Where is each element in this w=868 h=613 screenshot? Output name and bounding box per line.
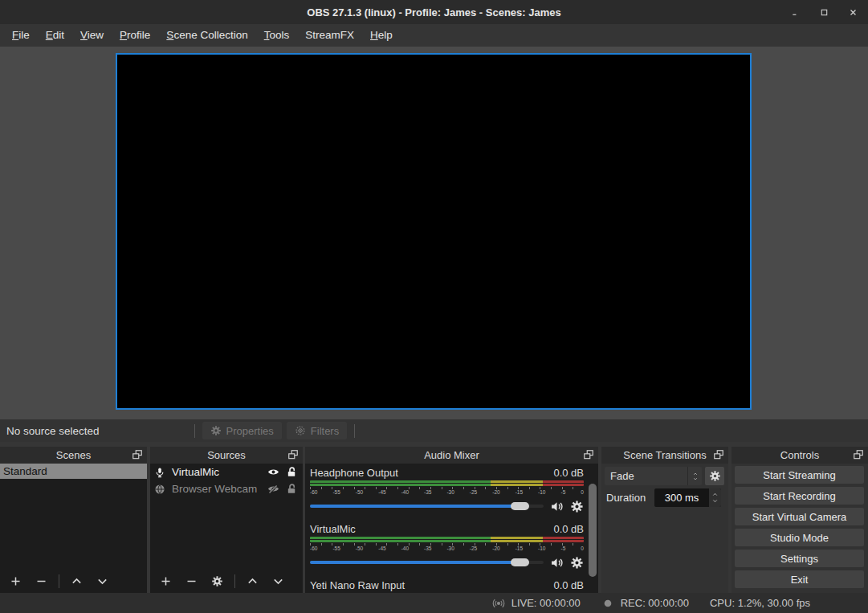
audio-mixer-dock: Audio Mixer Headphone Output 0.0 dB -60-…	[305, 447, 598, 593]
canvas-background	[0, 47, 868, 419]
window-controls	[786, 0, 862, 24]
menu-profile[interactable]: Profile	[112, 24, 158, 47]
volume-slider[interactable]	[310, 505, 544, 508]
exit-button[interactable]: Exit	[735, 570, 864, 588]
channel-level: 0.0 dB	[553, 467, 584, 480]
scenes-dock-header: Scenes	[0, 447, 147, 464]
sources-list: VirtualMic Browser Webcam	[150, 464, 303, 569]
speaker-icon[interactable]	[550, 500, 564, 513]
sources-dock-header: Sources	[150, 447, 303, 464]
scenes-toolbar	[0, 569, 147, 593]
channel-level: 0.0 dB	[553, 523, 584, 537]
popout-icon[interactable]	[853, 449, 864, 460]
gear-icon[interactable]	[570, 556, 584, 570]
menu-bar: File Edit View Profile Scene Collection …	[0, 24, 868, 47]
meter-tick-labels: -60-55-50-45-40-35-30-25-20-15-10-50	[310, 546, 584, 552]
close-icon[interactable]	[844, 3, 862, 21]
menu-scene-collection[interactable]: Scene Collection	[158, 24, 255, 47]
popout-icon[interactable]	[713, 449, 724, 460]
lock-icon[interactable]	[286, 483, 298, 495]
broadcast-icon	[492, 597, 505, 610]
transition-value: Fade	[605, 470, 687, 482]
add-source-button[interactable]	[159, 574, 173, 588]
meter-tick-labels: -60-55-50-45-40-35-30-25-20-15-10-50	[310, 489, 584, 496]
sources-dock: Sources VirtualMic Browser Webcam	[150, 447, 303, 593]
popout-icon[interactable]	[132, 449, 143, 460]
menu-edit[interactable]: Edit	[38, 24, 72, 47]
speaker-icon[interactable]	[550, 556, 564, 570]
remove-scene-button[interactable]	[35, 574, 48, 588]
titlebar: OBS 27.1.3 (linux) - Profile: James - Sc…	[0, 0, 868, 24]
menu-tools[interactable]: Tools	[256, 24, 298, 47]
remove-source-button[interactable]	[185, 574, 198, 588]
filter-icon	[295, 425, 306, 436]
source-item-virtualmic[interactable]: VirtualMic	[150, 464, 303, 480]
lock-icon[interactable]	[286, 466, 298, 478]
popout-icon[interactable]	[583, 449, 594, 460]
gear-icon	[709, 470, 721, 482]
gear-icon	[210, 425, 222, 436]
start-streaming-button[interactable]: Start Streaming	[735, 466, 864, 484]
slider-handle[interactable]	[511, 558, 529, 566]
combo-spinner-icon[interactable]	[687, 467, 702, 485]
volume-slider[interactable]	[310, 561, 544, 564]
mixer-channel-headphone-output: Headphone Output 0.0 dB -60-55-50-45-40-…	[310, 467, 584, 516]
scenes-dock: Scenes Standard	[0, 447, 147, 593]
move-source-up-button[interactable]	[246, 574, 259, 588]
scenes-list: Standard	[0, 464, 147, 569]
volume-meter	[310, 537, 584, 542]
scrollbar[interactable]	[589, 484, 597, 577]
source-toolbar: No source selected Properties Filters	[0, 419, 868, 442]
sources-toolbar	[150, 569, 303, 593]
source-item-browser-webcam[interactable]: Browser Webcam	[150, 480, 303, 497]
channel-name: Yeti Nano Raw Input	[310, 579, 405, 593]
menu-streamfx[interactable]: StreamFX	[297, 24, 362, 47]
scene-item[interactable]: Standard	[0, 464, 147, 479]
visibility-eye-icon[interactable]	[267, 466, 279, 478]
mixer-body: Headphone Output 0.0 dB -60-55-50-45-40-…	[305, 464, 598, 593]
start-virtual-camera-button[interactable]: Start Virtual Camera	[735, 508, 864, 525]
move-scene-up-button[interactable]	[70, 574, 84, 588]
channel-level: 0.0 dB	[553, 579, 584, 593]
visibility-eye-off-icon[interactable]	[267, 483, 279, 495]
slider-handle[interactable]	[511, 502, 529, 510]
mixer-channel-virtualmic: VirtualMic 0.0 dB -60-55-50-45-40-35-30-…	[310, 523, 584, 572]
popout-icon[interactable]	[287, 449, 299, 460]
add-scene-button[interactable]	[9, 574, 22, 588]
channel-name: Headphone Output	[310, 467, 398, 480]
mixer-dock-header: Audio Mixer	[305, 447, 598, 464]
filters-button: Filters	[287, 422, 347, 439]
rec-time: REC: 00:00:00	[621, 597, 689, 609]
menu-file[interactable]: File	[4, 24, 38, 47]
transition-select[interactable]: Fade	[605, 467, 702, 485]
maximize-icon[interactable]	[815, 3, 833, 21]
controls-dock-title: Controls	[780, 449, 819, 461]
move-scene-down-button[interactable]	[96, 574, 109, 588]
move-source-down-button[interactable]	[271, 574, 285, 588]
source-label: Browser Webcam	[172, 483, 261, 495]
controls-dock: Controls Start Streaming Start Recording…	[731, 447, 868, 593]
source-properties-gear-icon[interactable]	[210, 574, 224, 588]
studio-mode-button[interactable]: Studio Mode	[735, 529, 864, 546]
scenes-dock-title: Scenes	[56, 449, 91, 461]
duration-value: 300 ms	[654, 492, 709, 504]
start-recording-button[interactable]: Start Recording	[735, 487, 864, 505]
spinbox-arrows-icon[interactable]	[709, 488, 721, 507]
transition-properties-button[interactable]	[705, 467, 724, 485]
duration-spinbox[interactable]: 300 ms	[654, 488, 721, 507]
controls-dock-header: Controls	[731, 447, 868, 464]
settings-button[interactable]: Settings	[735, 550, 864, 567]
separator	[59, 574, 59, 588]
status-bar: LIVE: 00:00:00 REC: 00:00:00 CPU: 1.2%, …	[0, 593, 868, 613]
live-time: LIVE: 00:00:00	[511, 597, 581, 609]
properties-button: Properties	[202, 422, 282, 439]
menu-help[interactable]: Help	[362, 24, 401, 47]
volume-meter	[310, 480, 584, 486]
transitions-dock-header: Scene Transitions	[601, 447, 728, 464]
menu-view[interactable]: View	[72, 24, 112, 47]
minimize-icon[interactable]	[786, 3, 804, 21]
sources-dock-title: Sources	[207, 449, 246, 461]
gear-icon[interactable]	[570, 500, 584, 513]
globe-icon	[154, 484, 165, 495]
preview-canvas[interactable]	[116, 53, 752, 410]
